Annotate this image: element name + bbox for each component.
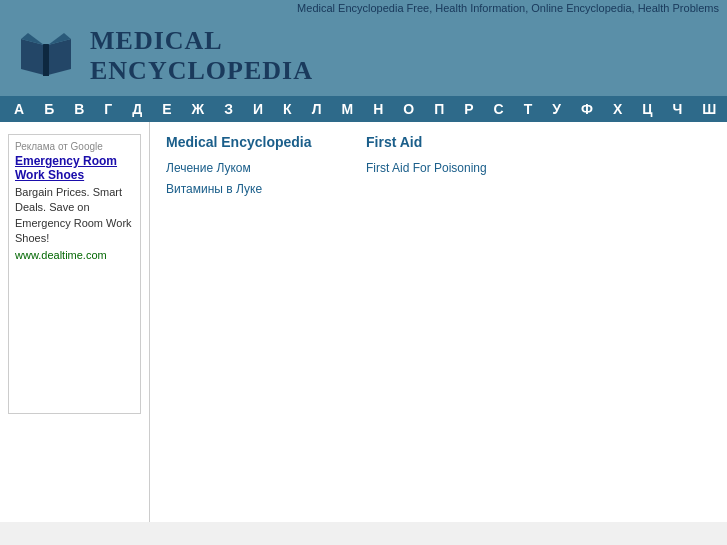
nav-item-Л[interactable]: Л <box>302 96 332 122</box>
ad-title[interactable]: Emergency Room Work Shoes <box>15 154 134 182</box>
nav-item-Ж[interactable]: Ж <box>182 96 215 122</box>
link-first-aid-poisoning[interactable]: First Aid For Poisoning <box>366 158 526 180</box>
svg-rect-0 <box>43 44 49 76</box>
nav-bar: АБВГДЕЖЗИКЛМНОПРСТУФХЦЧШЭЯ <box>0 96 727 122</box>
nav-item-У[interactable]: У <box>542 96 571 122</box>
nav-item-Д[interactable]: Д <box>122 96 152 122</box>
sidebar: Реклама от Google Emergency Room Work Sh… <box>0 122 150 522</box>
section2-links: First Aid For Poisoning <box>366 158 526 180</box>
section-first-aid: First Aid First Aid For Poisoning <box>366 134 526 180</box>
nav-item-Е[interactable]: Е <box>152 96 181 122</box>
header: MedicalEncyclopedia <box>0 16 727 96</box>
nav-item-З[interactable]: З <box>214 96 243 122</box>
section1-title: Medical Encyclopedia <box>166 134 326 150</box>
section-medical-encyclopedia: Medical Encyclopedia Лечение Луком Витам… <box>166 134 326 201</box>
content-area: Medical Encyclopedia Лечение Луком Витам… <box>150 122 727 522</box>
nav-item-Б[interactable]: Б <box>34 96 64 122</box>
nav-item-Ч[interactable]: Ч <box>662 96 692 122</box>
ad-label: Реклама от Google <box>15 141 134 152</box>
nav-item-Ф[interactable]: Ф <box>571 96 603 122</box>
nav-item-П[interactable]: П <box>424 96 454 122</box>
nav-item-Х[interactable]: Х <box>603 96 632 122</box>
nav-item-Ш[interactable]: Ш <box>692 96 726 122</box>
section2-title: First Aid <box>366 134 526 150</box>
nav-item-С[interactable]: С <box>484 96 514 122</box>
ad-url: www.dealtime.com <box>15 249 134 261</box>
main-layout: Реклама от Google Emergency Room Work Sh… <box>0 122 727 522</box>
nav-item-Р[interactable]: Р <box>454 96 483 122</box>
nav-item-В[interactable]: В <box>64 96 94 122</box>
header-title: MedicalEncyclopedia <box>90 26 313 86</box>
nav-item-Н[interactable]: Н <box>363 96 393 122</box>
top-bar: Medical Encyclopedia Free, Health Inform… <box>0 0 727 16</box>
nav-item-Ц[interactable]: Ц <box>632 96 662 122</box>
nav-item-К[interactable]: К <box>273 96 302 122</box>
nav-item-И[interactable]: И <box>243 96 273 122</box>
nav-item-А[interactable]: А <box>4 96 34 122</box>
top-bar-text: Medical Encyclopedia Free, Health Inform… <box>297 2 719 14</box>
sidebar-ad-box: Реклама от Google Emergency Room Work Sh… <box>8 134 141 414</box>
link-vitaminy-v-luke[interactable]: Витамины в Луке <box>166 179 326 201</box>
ad-body: Bargain Prices. Smart Deals. Save on Eme… <box>15 185 134 247</box>
section1-links: Лечение Луком Витамины в Луке <box>166 158 326 201</box>
nav-item-М[interactable]: М <box>331 96 363 122</box>
nav-item-О[interactable]: О <box>393 96 424 122</box>
nav-item-Т[interactable]: Т <box>514 96 543 122</box>
nav-item-Г[interactable]: Г <box>94 96 122 122</box>
logo-icon <box>16 31 76 81</box>
link-lechenie-lukom[interactable]: Лечение Луком <box>166 158 326 180</box>
